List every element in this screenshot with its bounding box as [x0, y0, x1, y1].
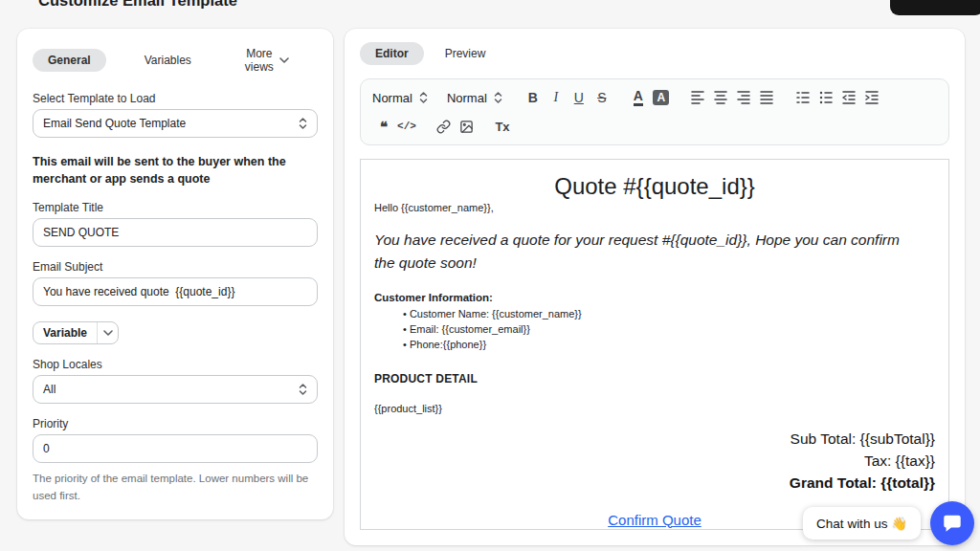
select-caret-icon	[494, 91, 502, 104]
align-left-icon	[690, 90, 705, 105]
page-title: Customize Email Template	[38, 0, 237, 10]
insert-variable-button[interactable]: Variable	[33, 321, 119, 344]
align-justify-icon	[759, 90, 774, 105]
tab-more-views-label: More views	[245, 47, 274, 74]
ordered-list-icon	[795, 90, 811, 105]
clean-group: Tx	[491, 116, 514, 137]
format-group: B I U S	[522, 87, 613, 108]
settings-tabs: General Variables More views	[33, 42, 318, 78]
align-group	[686, 87, 778, 108]
totals-block: Sub Total: {{subTotal}} Tax: {{tax}} Gra…	[374, 428, 935, 495]
strikethrough-icon: S	[597, 90, 606, 105]
align-left-button[interactable]	[686, 87, 709, 108]
underline-icon: U	[574, 90, 584, 105]
chat-bubble-icon	[942, 513, 963, 534]
template-select-value: Email Send Quote Template	[43, 117, 186, 130]
variable-button-label: Variable	[33, 322, 97, 343]
bold-button[interactable]: B	[522, 87, 545, 108]
clear-format-icon: Tx	[495, 120, 509, 134]
blockquote-icon: ❝	[380, 120, 388, 134]
align-center-icon	[713, 90, 728, 105]
list-group	[791, 87, 883, 108]
bullet-list-icon	[818, 90, 834, 105]
email-subject-input[interactable]	[33, 277, 318, 306]
editor-tabs: Editor Preview	[360, 42, 949, 65]
confirm-quote-link[interactable]: Confirm Quote	[608, 512, 702, 528]
sub-total-line: Sub Total: {{subTotal}}	[374, 428, 935, 450]
image-icon	[459, 120, 474, 134]
tab-general[interactable]: General	[33, 49, 106, 72]
chat-with-us-button[interactable]: Chat with us 👋	[803, 507, 921, 540]
highlight-color-button[interactable]: A	[650, 87, 673, 108]
customer-detail-line: Phone:{{phone}}	[403, 338, 935, 353]
customer-info-label: Customer Information:	[374, 292, 935, 303]
align-right-icon	[736, 90, 751, 105]
align-right-button[interactable]	[732, 87, 755, 108]
toolbar-row-1: Normal Normal B I U S	[372, 87, 937, 108]
main-layout: General Variables More views Select Temp…	[0, 23, 980, 545]
code-block-button[interactable]: </>	[395, 116, 418, 137]
text-color-icon: A	[634, 89, 643, 106]
underline-button[interactable]: U	[568, 87, 590, 108]
email-intro: You have received a quote for your reque…	[374, 229, 924, 275]
paragraph-style-value: Normal	[372, 91, 412, 105]
select-caret-icon	[419, 91, 428, 104]
email-subject-label: Email Subject	[33, 260, 318, 274]
blockquote-button[interactable]: ❝	[372, 116, 395, 137]
toolbar-row-2: ❝ </> Tx	[372, 116, 937, 137]
shop-locales-select[interactable]: All	[33, 375, 318, 404]
italic-button[interactable]: I	[545, 87, 568, 108]
richtext-toolbar: Normal Normal B I U S	[360, 78, 949, 145]
align-center-button[interactable]	[709, 87, 732, 108]
ordered-list-button[interactable]	[791, 87, 814, 108]
outdent-button[interactable]	[837, 87, 860, 108]
italic-icon: I	[553, 90, 558, 105]
text-color-button[interactable]: A	[627, 87, 650, 108]
product-detail-label: PRODUCT DETAIL	[374, 372, 935, 386]
indent-button[interactable]	[860, 87, 883, 108]
highlight-color-icon: A	[653, 90, 669, 105]
clear-format-button[interactable]: Tx	[491, 116, 514, 137]
template-select[interactable]: Email Send Quote Template	[33, 109, 318, 138]
email-heading: Quote #{{quote_id}}	[374, 173, 935, 200]
font-select-value: Normal	[447, 91, 487, 105]
link-button[interactable]	[432, 116, 455, 137]
template-description: This email will be sent to the buyer whe…	[33, 153, 318, 187]
code-block-icon: </>	[397, 121, 416, 132]
block-group: ❝ </>	[372, 116, 418, 137]
paragraph-style-select[interactable]: Normal	[372, 89, 428, 107]
primary-action-button[interactable]	[890, 0, 980, 15]
select-caret-icon	[299, 383, 307, 396]
customer-detail-line: Customer Name: {{customer_name}}	[403, 307, 935, 322]
grand-total-line: Grand Total: {{total}}	[374, 472, 935, 494]
shop-locales-value: All	[43, 383, 56, 396]
priority-help-text: The priority of the email template. Lowe…	[33, 471, 318, 504]
insert-group	[432, 116, 478, 137]
bullet-list-button[interactable]	[814, 87, 837, 108]
priority-input[interactable]	[33, 434, 318, 463]
chat-widget: Chat with us 👋	[803, 501, 974, 545]
link-icon	[436, 120, 451, 134]
align-justify-button[interactable]	[755, 87, 778, 108]
customer-info-list: Customer Name: {{customer_name}} Email: …	[374, 307, 935, 353]
email-greeting: Hello {{customer_name}},	[374, 202, 935, 213]
shop-locales-label: Shop Locales	[33, 358, 318, 371]
tab-more-views[interactable]: More views	[230, 42, 304, 78]
chat-with-us-label: Chat with us 👋	[816, 517, 907, 531]
editor-panel: Editor Preview Normal Normal B	[345, 29, 965, 545]
image-button[interactable]	[455, 116, 478, 137]
select-caret-icon	[299, 117, 307, 130]
tab-preview[interactable]: Preview	[430, 42, 501, 65]
email-body-editor[interactable]: Quote #{{quote_id}} Hello {{customer_nam…	[360, 159, 949, 530]
chat-launcher-button[interactable]	[930, 501, 974, 545]
strikethrough-button[interactable]: S	[590, 87, 613, 108]
template-title-label: Template Title	[33, 201, 318, 214]
tab-variables[interactable]: Variables	[129, 49, 207, 72]
bold-icon: B	[528, 90, 538, 105]
select-template-label: Select Template to Load	[33, 92, 318, 105]
customer-detail-line: Email: {{customer_email}}	[403, 322, 935, 338]
outdent-icon	[841, 90, 857, 105]
font-select[interactable]: Normal	[447, 89, 502, 107]
tab-editor[interactable]: Editor	[360, 42, 424, 65]
template-title-input[interactable]	[33, 218, 318, 247]
